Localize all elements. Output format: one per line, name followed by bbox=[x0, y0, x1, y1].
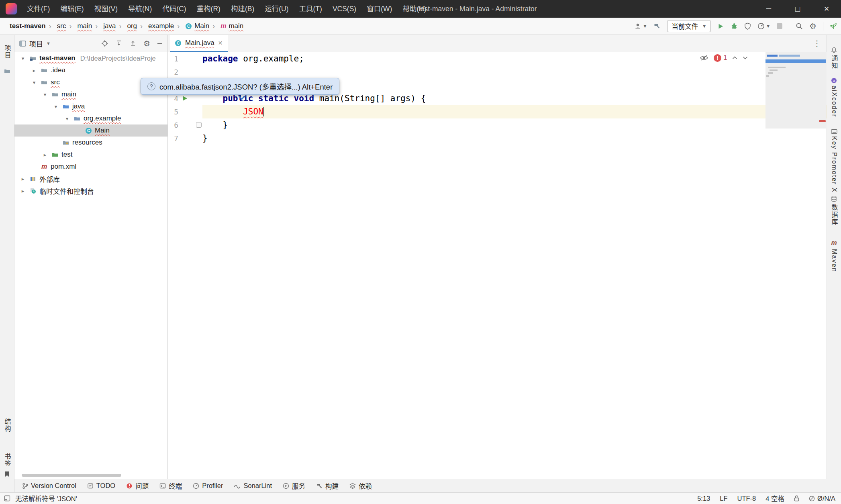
tool-window-switcher-icon[interactable] bbox=[4, 495, 10, 502]
tree-item-java[interactable]: java bbox=[14, 100, 167, 112]
breadcrumb-item-java[interactable]: java bbox=[92, 22, 116, 31]
panel-settings-gear-icon[interactable] bbox=[143, 40, 150, 47]
expand-icon[interactable] bbox=[19, 55, 27, 61]
expand-icon[interactable] bbox=[19, 188, 27, 194]
tool-window-button-structure[interactable]: 结构 bbox=[0, 418, 14, 433]
indent-style[interactable]: 4 空格 bbox=[765, 494, 784, 503]
tree-item-scratches[interactable]: 临时文件和控制台 bbox=[14, 185, 167, 197]
tool-window-button-bookmarks[interactable]: 书签 bbox=[0, 453, 14, 467]
breadcrumb-item-src[interactable]: src bbox=[46, 22, 66, 31]
debug-icon[interactable] bbox=[731, 22, 738, 30]
panel-title[interactable]: 项目 bbox=[29, 39, 43, 49]
menu-edit[interactable]: 编辑(E) bbox=[55, 0, 89, 18]
breadcrumb-item-class-main[interactable]: C Main bbox=[174, 22, 209, 31]
plugin-leaf-icon[interactable] bbox=[830, 22, 837, 30]
profile-button[interactable] bbox=[634, 22, 647, 30]
gutter-marker-icon[interactable] bbox=[196, 122, 202, 128]
minimap-viewport[interactable] bbox=[765, 59, 826, 63]
menu-view[interactable]: 视图(V) bbox=[89, 0, 123, 18]
tool-button-build[interactable]: 构建 bbox=[316, 481, 339, 491]
tree-item-idea[interactable]: .idea bbox=[14, 64, 167, 76]
menu-window[interactable]: 窗口(W) bbox=[361, 0, 397, 18]
menu-tools[interactable]: 工具(T) bbox=[294, 0, 327, 18]
code-minimap[interactable] bbox=[765, 52, 826, 129]
run-icon[interactable] bbox=[717, 23, 724, 30]
menu-run[interactable]: 运行(U) bbox=[259, 0, 294, 18]
tree-item-resources[interactable]: resources bbox=[14, 137, 167, 149]
tool-window-button-folder[interactable] bbox=[0, 68, 14, 74]
menu-code[interactable]: 代码(C) bbox=[157, 0, 191, 18]
coverage-icon[interactable] bbox=[744, 22, 751, 30]
settings-gear-icon[interactable] bbox=[809, 22, 817, 30]
expand-icon[interactable] bbox=[31, 67, 38, 73]
tool-button-problems[interactable]: 问题 bbox=[126, 481, 149, 491]
tool-button-profiler[interactable]: Profiler bbox=[193, 482, 223, 490]
caret-position[interactable]: 5:13 bbox=[697, 495, 710, 502]
expand-icon[interactable] bbox=[63, 116, 71, 122]
tool-button-version-control[interactable]: Version Control bbox=[22, 482, 76, 490]
breadcrumb-item-org[interactable]: org bbox=[116, 22, 137, 31]
build-hammer-icon[interactable] bbox=[653, 22, 661, 30]
file-encoding[interactable]: UTF-8 bbox=[737, 495, 756, 502]
close-tab-icon[interactable] bbox=[218, 40, 223, 46]
tree-item-external-libraries[interactable]: 外部库 bbox=[14, 173, 167, 185]
expand-icon[interactable] bbox=[41, 152, 49, 158]
next-error-icon[interactable] bbox=[743, 56, 748, 59]
menu-build[interactable]: 构建(B) bbox=[226, 0, 259, 18]
lock-icon[interactable] bbox=[794, 495, 799, 502]
minimize-button[interactable] bbox=[754, 0, 783, 18]
menu-file[interactable]: 文件(F) bbox=[22, 0, 55, 18]
breadcrumb-item-main[interactable]: main bbox=[66, 22, 92, 31]
intellij-logo-icon[interactable] bbox=[6, 3, 17, 14]
tool-button-dependencies[interactable]: 依赖 bbox=[349, 481, 372, 491]
run-line-icon[interactable] bbox=[182, 95, 188, 102]
expand-icon[interactable] bbox=[31, 80, 38, 86]
tool-window-button-project[interactable]: 项目 bbox=[0, 45, 14, 59]
previous-error-icon[interactable] bbox=[732, 56, 737, 59]
close-button[interactable] bbox=[812, 0, 841, 18]
menu-vcs[interactable]: VCS(S) bbox=[327, 0, 361, 18]
import-suggestion-popup[interactable]: com.alibaba.fastjson2.JSON? (多重选择...) Al… bbox=[141, 78, 339, 95]
expand-all-icon[interactable] bbox=[129, 40, 137, 47]
tree-item-main-class[interactable]: C Main bbox=[14, 124, 167, 137]
memory-indicator[interactable]: Ø/N/A bbox=[809, 495, 835, 502]
run-configuration-select[interactable]: 当前文件 bbox=[667, 20, 711, 32]
tool-button-services[interactable]: 服务 bbox=[283, 481, 305, 491]
expand-icon[interactable] bbox=[52, 104, 59, 110]
menu-navigate[interactable]: 导航(N) bbox=[123, 0, 157, 18]
expand-icon[interactable] bbox=[19, 176, 27, 182]
tool-window-button-key-promoter[interactable]: Key Promoter X bbox=[827, 129, 841, 193]
tree-item-test-maven[interactable]: test-maven D:\IdeaProjects\IdeaProje bbox=[14, 52, 167, 64]
maximize-button[interactable] bbox=[783, 0, 812, 18]
error-stripe-mark[interactable] bbox=[819, 120, 826, 122]
bookmark-icon-button[interactable] bbox=[0, 471, 14, 477]
code-editor[interactable]: 1 package org.example; 2 3 4 public stat bbox=[168, 52, 827, 479]
stop-icon[interactable] bbox=[777, 23, 782, 29]
expand-icon[interactable] bbox=[41, 92, 49, 98]
breadcrumb-item-project[interactable]: test-maven bbox=[10, 22, 46, 30]
tool-button-todo[interactable]: TODO bbox=[87, 482, 115, 490]
tool-window-button-notifications[interactable]: 通知 bbox=[827, 47, 841, 69]
menu-refactor[interactable]: 重构(R) bbox=[192, 0, 226, 18]
breadcrumb-item-method-main[interactable]: main bbox=[209, 22, 243, 31]
more-options-icon[interactable] bbox=[813, 35, 821, 52]
locate-icon[interactable] bbox=[101, 40, 108, 47]
highlight-level-eye-icon[interactable] bbox=[700, 55, 708, 61]
line-separator[interactable]: LF bbox=[720, 495, 727, 502]
tool-button-sonarlint[interactable]: SonarLint bbox=[234, 482, 272, 490]
hide-panel-icon[interactable] bbox=[157, 41, 163, 46]
collapse-all-icon[interactable] bbox=[115, 40, 122, 47]
horizontal-scrollbar[interactable] bbox=[22, 474, 121, 477]
tree-item-pom-xml[interactable]: pom.xml bbox=[14, 161, 167, 173]
chevron-down-icon[interactable] bbox=[46, 41, 51, 46]
error-count-badge[interactable]: 1 bbox=[714, 54, 727, 62]
tool-window-button-database[interactable]: 数据库 bbox=[827, 196, 841, 226]
tool-window-button-maven[interactable]: Maven bbox=[827, 239, 841, 272]
tree-item-org-example[interactable]: org.example bbox=[14, 112, 167, 124]
breadcrumb-item-example[interactable]: example bbox=[137, 22, 174, 31]
tree-item-test[interactable]: test bbox=[14, 149, 167, 161]
tab-main-java[interactable]: C Main.java bbox=[170, 35, 228, 52]
tool-window-button-aixcoder[interactable]: a aiXcoder bbox=[827, 78, 841, 117]
tool-button-terminal[interactable]: 终端 bbox=[159, 481, 182, 491]
search-icon[interactable] bbox=[796, 22, 803, 30]
